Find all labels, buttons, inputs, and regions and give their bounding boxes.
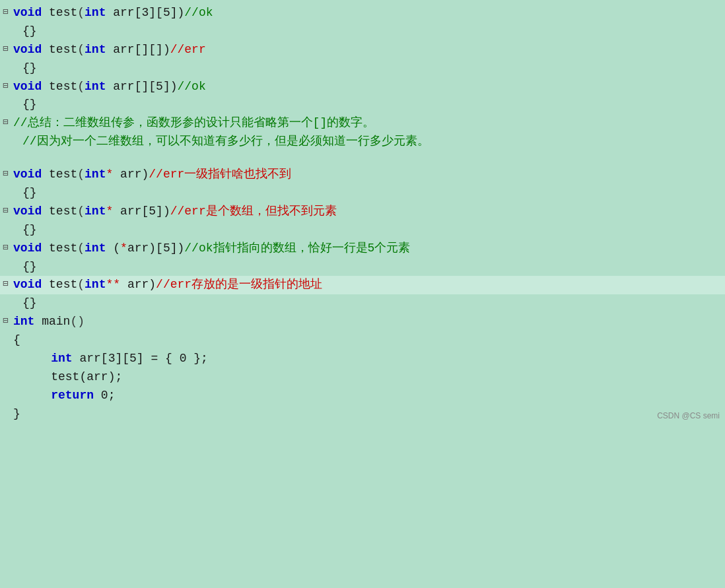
- code-line: {}: [0, 22, 725, 41]
- collapse-button[interactable]: ⊟: [3, 241, 12, 255]
- line-content: void test(int arr[3][5])//ok: [13, 4, 725, 22]
- token-normal: arr[3][5] = { 0 };: [73, 352, 208, 365]
- token-comment-err: //err存放的是一级指针的地址: [156, 278, 322, 291]
- code-line: {}: [0, 294, 725, 313]
- collapse-button[interactable]: ⊟: [3, 42, 12, 57]
- watermark: CSDN @CS semi: [657, 410, 720, 422]
- token-op: **: [106, 278, 120, 291]
- code-line: ⊟void test(int* arr[5])//err是个数组，但找不到元素: [0, 203, 725, 221]
- line-content: {}: [22, 221, 725, 240]
- token-normal: arr): [113, 168, 149, 181]
- token-kw: void: [13, 168, 42, 181]
- code-line: return 0;: [0, 387, 725, 405]
- collapse-button[interactable]: ⊟: [3, 79, 12, 94]
- token-normal: main: [42, 315, 70, 328]
- token-kw: int: [85, 205, 106, 218]
- token-comment-ok: //ok: [184, 6, 213, 19]
- line-content: void test(int (*arr)[5])//ok指针指向的数组，恰好一行…: [13, 240, 725, 258]
- code-line: {}: [0, 96, 725, 114]
- token-normal: {}: [22, 260, 37, 273]
- token-normal: [42, 242, 49, 255]
- line-content: return 0;: [22, 387, 725, 405]
- token-paren: (: [77, 80, 85, 93]
- token-normal: test: [49, 168, 77, 181]
- collapse-button[interactable]: ⊟: [3, 277, 12, 292]
- line-content: test(arr);: [22, 368, 725, 387]
- token-normal: [34, 315, 42, 328]
- token-comment-cn: //因为对一个二维数组，可以不知道有多少行，但是必须知道一行多少元素。: [22, 135, 429, 148]
- token-normal: test: [49, 278, 77, 291]
- token-normal: {}: [22, 24, 37, 38]
- token-paren: (: [77, 168, 85, 181]
- token-normal: test: [49, 205, 77, 218]
- token-kw: int: [85, 168, 106, 181]
- token-kw: int: [51, 352, 72, 365]
- line-content: int main(): [13, 313, 725, 331]
- token-normal: }: [13, 407, 20, 420]
- token-comment-cn: //总结：二维数组传参，函数形参的设计只能省略第一个[]的数字。: [13, 116, 374, 129]
- token-normal: {}: [22, 223, 37, 236]
- line-content: {}: [22, 22, 725, 41]
- collapse-button[interactable]: ⊟: [3, 314, 12, 329]
- token-kw: void: [13, 205, 42, 218]
- token-normal: arr)[5]): [127, 242, 184, 255]
- line-content: //因为对一个二维数组，可以不知道有多少行，但是必须知道一行多少元素。: [22, 133, 725, 151]
- code-line: ⊟void test(int arr[3][5])//ok: [0, 4, 725, 22]
- token-normal: {}: [22, 61, 37, 75]
- token-comment-ok: //ok: [178, 80, 206, 93]
- token-kw: void: [13, 278, 42, 291]
- token-paren: (: [77, 6, 85, 19]
- code-line: {: [0, 331, 725, 350]
- line-content: void test(int** arr)//err存放的是一级指针的地址: [13, 276, 725, 294]
- code-line: //因为对一个二维数组，可以不知道有多少行，但是必须知道一行多少元素。: [0, 133, 725, 151]
- line-content: //总结：二维数组传参，函数形参的设计只能省略第一个[]的数字。: [13, 114, 725, 133]
- collapse-button[interactable]: ⊟: [3, 167, 12, 181]
- line-content: void test(int* arr[5])//err是个数组，但找不到元素: [13, 203, 725, 221]
- line-content: void test(int arr[][5])//ok: [13, 78, 725, 96]
- code-line: {}: [0, 59, 725, 78]
- token-normal: [42, 43, 49, 56]
- token-normal: [22, 370, 51, 383]
- token-op: *: [106, 205, 113, 218]
- line-content: int arr[3][5] = { 0 };: [22, 350, 725, 368]
- code-line: ⊟void test(int arr[][5])//ok: [0, 78, 725, 96]
- token-comment-ok: //ok指针指向的数组，恰好一行是5个元素: [184, 242, 410, 255]
- blank-line: [0, 151, 725, 166]
- token-kw: int: [85, 43, 106, 56]
- token-normal: test: [49, 6, 77, 19]
- token-normal: test: [49, 80, 77, 93]
- line-content: {}: [22, 184, 725, 203]
- token-kw: return: [51, 389, 94, 402]
- token-normal: [22, 389, 51, 402]
- line-content: {}: [22, 294, 725, 313]
- token-op: *: [120, 242, 127, 255]
- token-normal: test: [49, 242, 77, 255]
- code-line: ⊟//总结：二维数组传参，函数形参的设计只能省略第一个[]的数字。: [0, 114, 725, 133]
- code-line: {}: [0, 184, 725, 203]
- token-kw: void: [13, 242, 42, 255]
- collapse-button[interactable]: ⊟: [3, 204, 12, 218]
- token-kw: int: [85, 278, 106, 291]
- line-content: {}: [22, 59, 725, 78]
- collapse-button[interactable]: ⊟: [3, 5, 12, 20]
- code-line: ⊟int main(): [0, 313, 725, 331]
- token-normal: {: [13, 333, 20, 346]
- token-normal: arr[5]): [113, 205, 170, 218]
- token-normal: test: [49, 43, 77, 56]
- line-content: void test(int* arr)//err一级指针啥也找不到: [13, 166, 725, 184]
- token-paren: (: [77, 278, 85, 291]
- token-kw: void: [13, 80, 42, 93]
- line-content: {: [13, 331, 725, 350]
- token-normal: (: [106, 242, 120, 255]
- code-line: ⊟void test(int (*arr)[5])//ok指针指向的数组，恰好一…: [0, 240, 725, 258]
- code-container: ⊟void test(int arr[3][5])//ok{}⊟void tes…: [0, 3, 725, 425]
- token-normal: arr[][5]): [106, 80, 177, 93]
- token-normal: [42, 80, 49, 93]
- code-line: }: [0, 405, 725, 424]
- collapse-button[interactable]: ⊟: [3, 115, 12, 130]
- line-content: }: [13, 405, 725, 424]
- code-line: {}: [0, 221, 725, 240]
- token-normal: (arr);: [79, 370, 122, 383]
- code-line: test(arr);: [0, 368, 725, 387]
- token-normal: {}: [22, 296, 37, 310]
